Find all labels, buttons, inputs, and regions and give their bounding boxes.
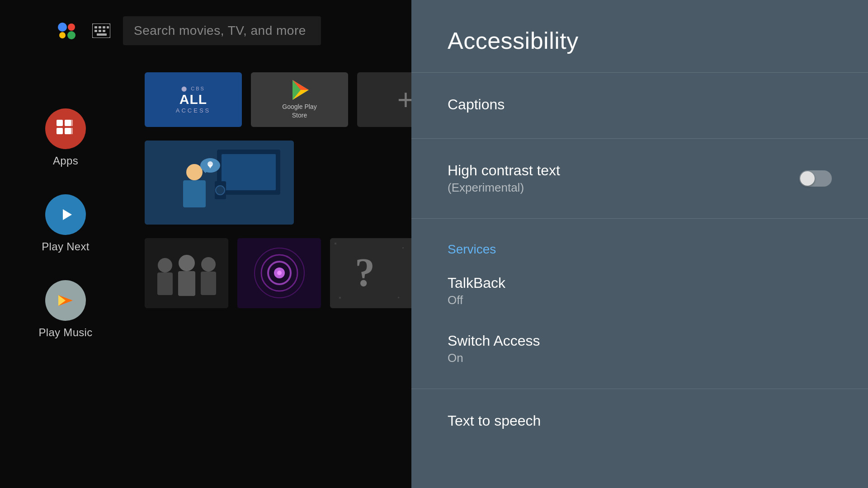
talkback-item[interactable]: TalkBack Off xyxy=(448,266,832,316)
svg-rect-15 xyxy=(57,128,63,134)
google-play-triangle-icon xyxy=(291,80,309,100)
svg-rect-43 xyxy=(201,272,216,295)
talkback-status: Off xyxy=(448,293,832,307)
add-app-card[interactable]: + xyxy=(357,72,411,127)
music-purple-card[interactable] xyxy=(237,238,321,308)
svg-rect-28 xyxy=(222,154,276,190)
svg-point-49 xyxy=(277,271,282,275)
svg-rect-52 xyxy=(335,243,336,244)
tts-label: Text to speech xyxy=(448,413,832,429)
band-illustration xyxy=(145,238,228,308)
svg-text:?: ? xyxy=(355,250,375,294)
cbs-app-card[interactable]: ⬤ CBS ALL ACCESS xyxy=(145,72,242,127)
accessibility-title: Accessibility xyxy=(448,27,832,54)
high-contrast-item[interactable]: High contrast text (Experimental) xyxy=(448,153,832,204)
svg-rect-18 xyxy=(70,128,73,134)
services-category: Services xyxy=(448,233,832,266)
tts-item[interactable]: Text to speech xyxy=(448,404,832,440)
high-contrast-label: High contrast text xyxy=(448,162,799,179)
svg-rect-16 xyxy=(65,128,71,134)
high-contrast-toggle[interactable] xyxy=(799,170,832,187)
right-panel: Accessibility Captions High contrast tex… xyxy=(411,0,868,488)
svg-rect-39 xyxy=(157,272,173,295)
svg-rect-17 xyxy=(70,120,73,126)
switch-access-item[interactable]: Switch Access On xyxy=(448,324,832,374)
add-icon: + xyxy=(397,83,411,117)
apps-label: Apps xyxy=(53,155,78,167)
google-play-store-label: Google PlayStore xyxy=(282,103,316,119)
svg-point-42 xyxy=(201,257,216,272)
play-music-icon xyxy=(45,280,86,321)
video-illustration xyxy=(145,141,294,225)
svg-point-38 xyxy=(158,258,172,272)
sidebar-item-play-music[interactable]: Play Music xyxy=(38,280,92,339)
svg-rect-32 xyxy=(183,180,206,207)
svg-rect-54 xyxy=(339,297,341,299)
sidebar: Apps Play Next xyxy=(0,0,131,488)
captions-section: Captions xyxy=(448,73,832,138)
apps-row: ⬤ CBS ALL ACCESS Google Play xyxy=(145,72,398,127)
svg-rect-55 xyxy=(398,297,399,298)
svg-marker-19 xyxy=(63,209,72,220)
play-next-icon xyxy=(45,194,86,235)
svg-point-30 xyxy=(216,186,225,195)
play-next-label: Play Next xyxy=(42,240,89,253)
talkback-label: TalkBack xyxy=(448,275,832,291)
music-album-card[interactable]: ? xyxy=(330,238,411,308)
purple-illustration xyxy=(237,238,321,308)
cbs-all-label: ALL xyxy=(176,92,211,107)
sidebar-item-play-next[interactable]: Play Next xyxy=(42,194,89,253)
svg-rect-14 xyxy=(65,120,71,126)
video-row xyxy=(145,141,398,225)
switch-access-label: Switch Access xyxy=(448,333,832,349)
services-section: Services TalkBack Off Switch Access On xyxy=(448,219,832,389)
svg-point-40 xyxy=(179,255,195,271)
music-band-card[interactable] xyxy=(145,238,228,308)
play-music-label: Play Music xyxy=(38,326,92,339)
apps-icon xyxy=(45,108,86,149)
captions-label: Captions xyxy=(448,96,832,113)
switch-access-status: On xyxy=(448,351,832,365)
toggle-knob xyxy=(800,171,815,186)
high-contrast-sublabel: (Experimental) xyxy=(448,181,799,195)
captions-item[interactable]: Captions xyxy=(448,87,832,124)
svg-rect-53 xyxy=(402,247,404,249)
svg-rect-41 xyxy=(178,271,195,296)
left-panel: Search movies, TV, and more Apps xyxy=(0,0,411,488)
search-input[interactable]: Search movies, TV, and more xyxy=(123,16,321,45)
album-illustration: ? xyxy=(330,238,411,308)
content-area: ⬤ CBS ALL ACCESS Google Play xyxy=(131,54,411,488)
video-card[interactable] xyxy=(145,141,294,225)
music-row: ? xyxy=(145,238,398,308)
tts-section: Text to speech xyxy=(448,389,832,455)
google-play-app-card[interactable]: Google PlayStore xyxy=(251,72,348,127)
cbs-access-label: ACCESS xyxy=(176,107,211,114)
svg-rect-13 xyxy=(57,120,63,126)
svg-point-31 xyxy=(186,164,203,180)
sidebar-item-apps[interactable]: Apps xyxy=(45,108,86,167)
cbs-network-label: ⬤ CBS xyxy=(176,86,211,92)
high-contrast-section: High contrast text (Experimental) xyxy=(448,139,832,218)
